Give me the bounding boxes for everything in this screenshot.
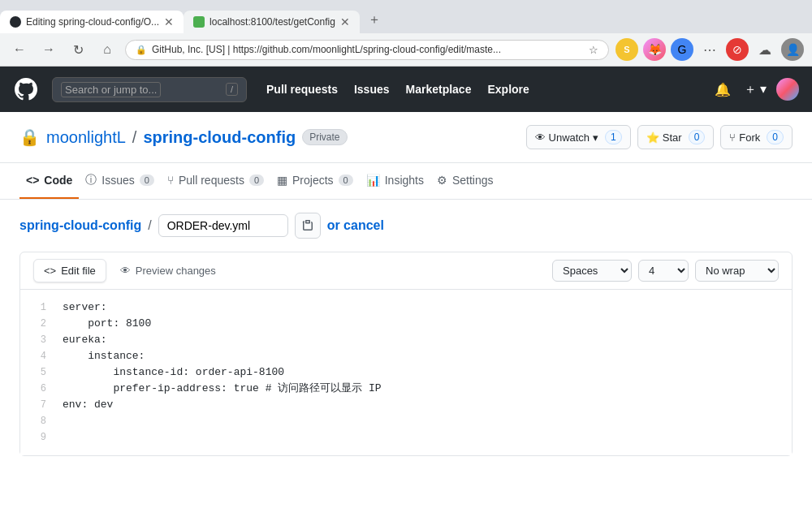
projects-tab-label: Projects bbox=[292, 174, 334, 187]
cancel-link[interactable]: or cancel bbox=[327, 218, 384, 233]
new-tab-button[interactable]: ＋ bbox=[360, 6, 389, 33]
code-editor[interactable]: 1server:2 port: 81003eureka:4 instance:5… bbox=[20, 290, 792, 455]
watch-button[interactable]: 👁 Unwatch ▾ 1 bbox=[526, 125, 631, 149]
tab-insights[interactable]: 📊 Insights bbox=[360, 163, 430, 199]
watch-icon: 👁 bbox=[535, 131, 546, 144]
fork-button[interactable]: ⑂ Fork 0 bbox=[720, 125, 793, 149]
line-content: port: 8100 bbox=[59, 316, 792, 332]
tab-close-github[interactable]: ✕ bbox=[164, 15, 174, 28]
wrap-select[interactable]: No wrap bbox=[695, 260, 779, 282]
insights-tab-label: Insights bbox=[385, 174, 424, 187]
breadcrumb-repo-link[interactable]: spring-cloud-config bbox=[19, 218, 141, 233]
lock-icon: 🔒 bbox=[136, 45, 147, 55]
line-number: 8 bbox=[20, 413, 59, 429]
extension-icon-1[interactable]: S bbox=[615, 38, 638, 61]
issues-tab-label: Issues bbox=[102, 174, 134, 187]
browser-tabs: Editing spring-cloud-config/O... ✕ local… bbox=[0, 0, 812, 33]
extension-icon-5[interactable]: ⊘ bbox=[726, 38, 749, 61]
tab-pull-requests[interactable]: ⑂ Pull requests 0 bbox=[161, 163, 270, 199]
github-header-actions: 🔔 ＋ ▾ bbox=[711, 78, 799, 101]
table-row: 4 instance: bbox=[20, 348, 792, 364]
pr-count: 0 bbox=[249, 174, 264, 186]
star-button[interactable]: ⭐ Star 0 bbox=[637, 125, 715, 149]
github-header: Search or jump to... / Pull requests Iss… bbox=[0, 67, 812, 112]
breadcrumb-separator: / bbox=[148, 218, 151, 233]
back-button[interactable]: ← bbox=[8, 38, 31, 61]
repo-header: 🔒 moonlightL / spring-cloud-config Priva… bbox=[0, 112, 812, 163]
tab-label-github: Editing spring-cloud-config/O... bbox=[26, 16, 159, 28]
table-row: 9 bbox=[20, 429, 792, 446]
line-content bbox=[59, 429, 792, 446]
indent-type-select[interactable]: Spaces bbox=[552, 260, 632, 282]
github-search[interactable]: Search or jump to... / bbox=[52, 77, 247, 102]
browser-tab-github[interactable]: Editing spring-cloud-config/O... ✕ bbox=[0, 11, 184, 33]
bookmark-icon: ☆ bbox=[589, 44, 598, 56]
preview-icon: 👁 bbox=[120, 265, 131, 277]
preview-changes-tab[interactable]: 👁 Preview changes bbox=[110, 259, 227, 282]
nav-issues[interactable]: Issues bbox=[348, 78, 396, 101]
star-label: Star bbox=[663, 131, 682, 144]
repo-title: 🔒 moonlightL / spring-cloud-config Priva… bbox=[19, 127, 348, 147]
account-icon[interactable]: 👤 bbox=[781, 38, 804, 61]
line-number: 4 bbox=[20, 348, 59, 364]
editor-container: <> Edit file 👁 Preview changes Spaces 4 … bbox=[19, 252, 793, 456]
repo-name-link[interactable]: spring-cloud-config bbox=[143, 128, 296, 147]
tab-settings[interactable]: ⚙ Settings bbox=[430, 163, 500, 199]
pr-tab-label: Pull requests bbox=[179, 174, 244, 187]
home-button[interactable]: ⌂ bbox=[96, 38, 119, 61]
tab-issues[interactable]: ⓘ Issues 0 bbox=[79, 163, 161, 199]
indent-size-select[interactable]: 4 bbox=[638, 260, 689, 282]
forward-button[interactable]: → bbox=[37, 38, 60, 61]
browser-tab-local[interactable]: localhost:8100/test/getConfig ✕ bbox=[184, 11, 360, 33]
user-avatar[interactable] bbox=[776, 78, 799, 101]
copy-path-button[interactable] bbox=[295, 213, 321, 239]
issues-tab-icon: ⓘ bbox=[85, 173, 97, 187]
browser-bar: ← → ↻ ⌂ 🔒 GitHub, Inc. [US] | https://gi… bbox=[0, 33, 812, 67]
nav-marketplace[interactable]: Marketplace bbox=[400, 78, 478, 101]
notifications-button[interactable]: 🔔 bbox=[711, 79, 734, 101]
reload-button[interactable]: ↻ bbox=[67, 38, 89, 61]
table-row: 6 prefer-ip-address: true # 访问路径可以显示 IP bbox=[20, 381, 792, 397]
editor-tabs: <> Edit file 👁 Preview changes Spaces 4 … bbox=[20, 252, 792, 290]
extension-icon-3[interactable]: G bbox=[671, 38, 693, 61]
line-number: 1 bbox=[20, 299, 59, 316]
browser-toolbar-icons: S 🦊 G ⋯ ⊘ ☁ 👤 bbox=[615, 38, 804, 61]
nav-pull-requests[interactable]: Pull requests bbox=[260, 78, 344, 101]
line-content: server: bbox=[59, 299, 792, 316]
line-number: 6 bbox=[20, 381, 59, 397]
url-bar[interactable]: 🔒 GitHub, Inc. [US] | https://github.com… bbox=[125, 40, 609, 60]
line-content: env: dev bbox=[59, 397, 792, 413]
github-nav: Pull requests Issues Marketplace Explore bbox=[260, 78, 536, 101]
insights-tab-icon: 📊 bbox=[366, 174, 380, 187]
nav-explore[interactable]: Explore bbox=[481, 78, 535, 101]
edit-file-tab[interactable]: <> Edit file bbox=[33, 259, 106, 282]
github-favicon bbox=[10, 16, 21, 28]
url-text: GitHub, Inc. [US] | https://github.com/m… bbox=[152, 44, 584, 55]
search-shortcut: / bbox=[226, 83, 238, 96]
extension-icon-2[interactable]: 🦊 bbox=[643, 38, 666, 61]
projects-tab-icon: ▦ bbox=[277, 174, 287, 187]
search-placeholder: Search or jump to... bbox=[61, 82, 161, 97]
line-number: 7 bbox=[20, 397, 59, 413]
page-content: 🔒 moonlightL / spring-cloud-config Priva… bbox=[0, 112, 812, 517]
tab-code[interactable]: <> Code bbox=[19, 163, 79, 199]
tab-close-local[interactable]: ✕ bbox=[340, 15, 350, 28]
repo-nav: <> Code ⓘ Issues 0 ⑂ Pull requests 0 ▦ P… bbox=[0, 163, 812, 200]
pr-tab-icon: ⑂ bbox=[167, 174, 174, 187]
line-number: 5 bbox=[20, 364, 59, 381]
star-icon: ⭐ bbox=[646, 131, 659, 144]
watch-count: 1 bbox=[605, 130, 622, 144]
repo-owner-link[interactable]: moonlightL bbox=[46, 128, 126, 147]
tab-label-local: localhost:8100/test/getConfig bbox=[209, 16, 335, 28]
extension-icon-6[interactable]: ☁ bbox=[754, 38, 776, 61]
new-item-button[interactable]: ＋ ▾ bbox=[741, 78, 770, 101]
code-tab-icon: <> bbox=[26, 174, 39, 187]
table-row: 2 port: 8100 bbox=[20, 316, 792, 332]
star-count: 0 bbox=[689, 130, 706, 144]
filename-input[interactable] bbox=[158, 214, 288, 237]
tab-projects[interactable]: ▦ Projects 0 bbox=[270, 163, 360, 199]
line-content: instance-id: order-api-8100 bbox=[59, 364, 792, 381]
extension-icon-4[interactable]: ⋯ bbox=[698, 38, 721, 61]
editor-tab-group: <> Edit file 👁 Preview changes bbox=[33, 259, 227, 282]
copy-icon bbox=[301, 219, 314, 232]
